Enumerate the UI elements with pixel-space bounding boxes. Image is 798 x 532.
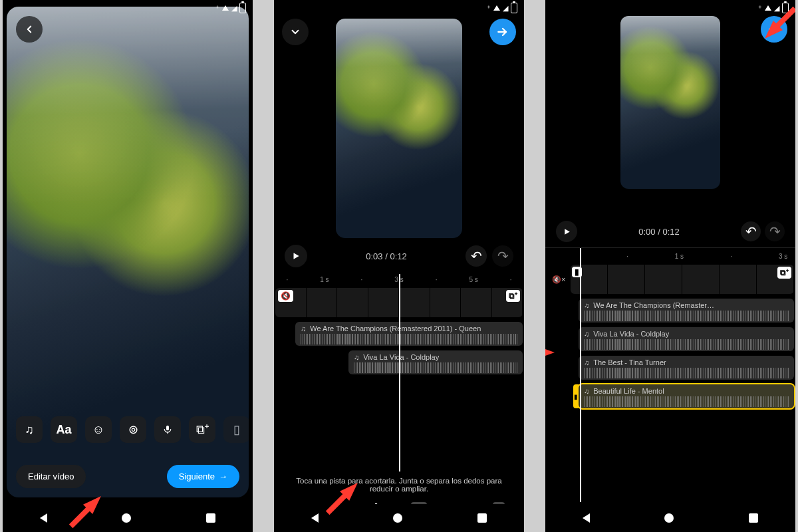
screen-1-story-preview: ⁺◢ ♫ Aa ☺ ⊚ ⧉⁺ ▯ Editar vídeo Siguiente	[3, 0, 253, 532]
video-track[interactable]: ▮ ⧉⁺	[571, 265, 794, 294]
nav-back-icon[interactable]	[583, 513, 590, 523]
redo-button[interactable]: ↷	[492, 245, 513, 267]
nav-home-icon[interactable]	[664, 513, 674, 523]
android-nav	[545, 504, 795, 532]
timeline[interactable]: ·1 s·3 s 🔇× ▮ ⧉⁺ ♫We Are The Champions (…	[545, 248, 795, 502]
undo-button[interactable]: ↶	[466, 245, 487, 267]
sticker-icon[interactable]: ☺	[85, 416, 112, 443]
track-title: We Are The Champions (Remastered 2011) -…	[310, 325, 481, 332]
next-button[interactable]: Siguiente →	[167, 465, 239, 488]
play-button[interactable]	[556, 221, 577, 242]
music-note-icon: ♫	[584, 358, 589, 366]
audio-track[interactable]: ♫The Best - Tina Turner	[579, 356, 794, 380]
music-note-icon: ♫	[584, 330, 589, 338]
edit-video-button[interactable]: Editar vídeo	[16, 465, 86, 488]
nav-recent-icon[interactable]	[477, 513, 487, 523]
playhead[interactable]	[580, 248, 581, 502]
status-bar: ⁺◢	[758, 3, 789, 13]
time-display: 0:00 / 0:12	[638, 227, 679, 237]
next-arrow-button[interactable]	[489, 19, 516, 45]
nav-recent-icon[interactable]	[206, 513, 215, 523]
waveform	[584, 339, 789, 350]
chevron-left-icon	[23, 23, 35, 35]
more-icon[interactable]: ▯	[223, 416, 249, 443]
svg-rect-0	[166, 426, 169, 430]
waveform	[584, 396, 789, 407]
music-icon[interactable]: ♫	[16, 416, 43, 443]
music-note-icon: ♫	[354, 353, 359, 361]
audio-track[interactable]: ♫We Are The Champions (Remastered 2011) …	[295, 322, 523, 346]
track-end-handle[interactable]: ⧉⁺	[777, 267, 791, 279]
next-label: Siguiente	[179, 471, 215, 481]
android-nav	[3, 504, 253, 532]
waveform	[301, 334, 517, 344]
undo-button[interactable]: ↶	[741, 221, 761, 241]
waveform	[584, 311, 789, 321]
nav-back-icon[interactable]	[40, 513, 47, 523]
arrow-right-icon: →	[219, 471, 227, 481]
mic-icon[interactable]	[154, 416, 181, 443]
timeline-ruler: ·1 s·3 s	[547, 251, 794, 262]
status-bar: ⁺◢	[487, 3, 517, 13]
play-icon	[563, 227, 571, 236]
video-preview[interactable]	[336, 19, 462, 238]
video-preview[interactable]: ♫ Aa ☺ ⊚ ⧉⁺ ▯ Editar vídeo Siguiente →	[7, 7, 249, 497]
audio-track[interactable]: ♫Viva La Vida - Coldplay	[579, 327, 794, 351]
nav-recent-icon[interactable]	[749, 513, 758, 523]
arrow-right-icon	[496, 25, 509, 39]
waveform	[584, 368, 789, 378]
track-title: Viva La Vida - Coldplay	[363, 353, 439, 361]
nav-home-icon[interactable]	[393, 513, 402, 523]
redo-button[interactable]: ↷	[765, 221, 785, 241]
mute-icon[interactable]: 🔇×	[547, 275, 565, 284]
screen-3-audio-edit: ⁺◢ 0:00 / 0:12 ↶ ↷ ·1 s·3 s 🔇× ▮ ⧉⁺	[545, 0, 795, 532]
video-preview[interactable]	[620, 16, 720, 189]
timeline[interactable]: ·1 s·3 s·5 s· 🔇 ⧉⁺ ♫We Are The Champions…	[274, 274, 524, 471]
time-display: 0:03 / 0:12	[366, 251, 406, 261]
nav-back-icon[interactable]	[311, 513, 319, 523]
selection-handle[interactable]: ▮	[573, 384, 579, 408]
audio-track[interactable]: ♫Viva La Vida - Coldplay	[348, 350, 523, 374]
nav-home-icon[interactable]	[122, 513, 131, 523]
story-tools-row: ♫ Aa ☺ ⊚ ⧉⁺ ▯	[16, 416, 249, 443]
track-title: Beautiful Life - Mentol	[593, 387, 664, 395]
text-aa-icon[interactable]: Aa	[51, 416, 77, 443]
clip-plus-icon[interactable]: ⧉⁺	[189, 416, 215, 443]
play-icon	[291, 251, 301, 261]
annotation-arrow	[545, 346, 555, 359]
track-title: Viva La Vida - Coldplay	[593, 330, 669, 338]
music-note-icon: ♫	[584, 301, 589, 309]
status-bar: ⁺◢	[215, 3, 246, 13]
playhead[interactable]	[399, 274, 400, 471]
svg-marker-2	[294, 253, 299, 259]
music-note-icon: ♫	[584, 387, 589, 395]
android-nav	[274, 504, 524, 532]
track-start-handle[interactable]: 🔇	[278, 290, 293, 302]
svg-marker-4	[565, 229, 570, 235]
screen-2-timeline: ⁺◢ 0:03 / 0:12 ↶ ↷ ·1 s·3 s·5 s· 🔇 ⧉⁺	[274, 0, 524, 532]
effects-icon[interactable]: ⊚	[120, 416, 146, 443]
back-button[interactable]	[16, 16, 43, 43]
waveform	[354, 362, 517, 373]
hint-text: Toca una pista para acortarla. Junta o s…	[274, 471, 524, 498]
track-title: We Are The Champions (Remaster…	[593, 301, 714, 309]
audio-track-selected[interactable]: ♫Beautiful Life - Mentol ▮	[579, 384, 794, 408]
track-end-handle[interactable]: ⧉⁺	[506, 290, 520, 302]
track-title: The Best - Tina Turner	[593, 358, 666, 366]
music-note-icon: ♫	[301, 325, 306, 332]
edit-video-label: Editar vídeo	[28, 471, 74, 481]
collapse-button[interactable]	[282, 19, 309, 45]
chevron-down-icon	[289, 26, 301, 38]
audio-track[interactable]: ♫We Are The Champions (Remaster…	[579, 299, 794, 323]
play-button[interactable]	[285, 245, 307, 267]
